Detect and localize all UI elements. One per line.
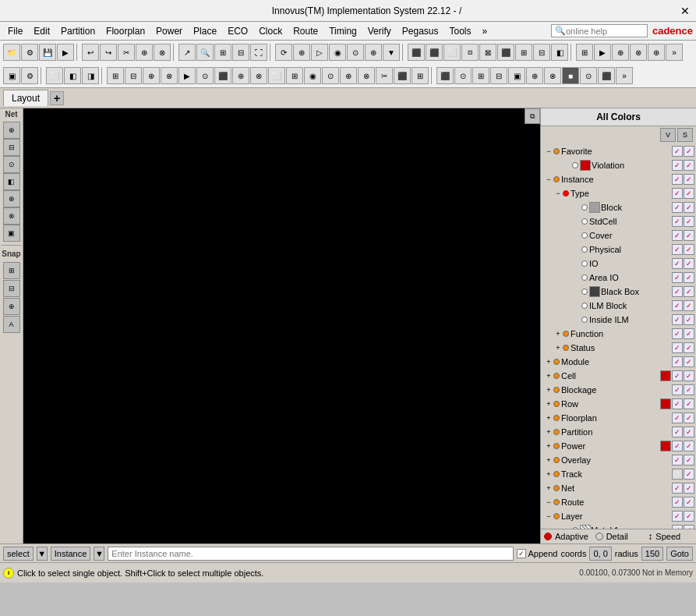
tb2-btn-13[interactable]: ⊕: [232, 67, 249, 84]
tb2-btn-34[interactable]: »: [616, 67, 633, 84]
tree-item-track[interactable]: + Track: [541, 467, 696, 481]
sidebar-icon-3[interactable]: ⊙: [3, 156, 20, 173]
check-net-1[interactable]: [672, 483, 683, 494]
expand-overlay[interactable]: +: [544, 455, 553, 465]
tb-btn-6[interactable]: ↪: [100, 44, 117, 61]
tb-btn-16[interactable]: ⊕: [293, 44, 310, 61]
tb-btn-32[interactable]: ▶: [594, 44, 611, 61]
menu-eco[interactable]: ECO: [223, 24, 253, 38]
sidebar-icon-snap-3[interactable]: ⊕: [3, 298, 20, 315]
check-inst-2[interactable]: [684, 174, 694, 185]
sidebar-icon-snap-4[interactable]: A: [3, 316, 20, 333]
tree-item-insideilm[interactable]: Inside ILM: [541, 313, 696, 327]
tree-item-violation[interactable]: Violation: [541, 158, 696, 172]
tb-btn-27[interactable]: ⬛: [497, 44, 514, 61]
check-phy-2[interactable]: [684, 244, 694, 255]
tb2-btn-25[interactable]: ⊙: [454, 67, 472, 84]
tb2-btn-27[interactable]: ⊟: [490, 67, 507, 84]
check-cell-1[interactable]: [660, 370, 671, 381]
check-cell-3[interactable]: [684, 370, 694, 381]
tb2-btn-9[interactable]: ⊗: [161, 67, 178, 84]
expand-partition[interactable]: +: [544, 427, 553, 437]
menu-partition[interactable]: Partition: [56, 24, 100, 38]
check-row-3[interactable]: [684, 398, 694, 409]
tab-layout[interactable]: Layout: [3, 90, 48, 106]
tb2-btn-26[interactable]: ⊞: [472, 67, 489, 84]
sidebar-icon-1[interactable]: ⊕: [3, 122, 20, 139]
tb-btn-15[interactable]: ⟳: [275, 44, 292, 61]
sidebar-icon-2[interactable]: ⊟: [3, 139, 20, 156]
tree-item-partition[interactable]: + Partition: [541, 425, 696, 439]
tb-btn-29[interactable]: ⊟: [533, 44, 550, 61]
tb2-btn-2[interactable]: ⚙: [21, 67, 38, 84]
tree-item-ilmblock[interactable]: ILM Block: [541, 299, 696, 313]
close-button[interactable]: ✕: [680, 5, 690, 17]
tb-btn-23[interactable]: ⬛: [426, 44, 443, 61]
check-fp-1[interactable]: [672, 412, 683, 423]
tb2-btn-4[interactable]: ◧: [64, 67, 81, 84]
check-row-2[interactable]: [672, 398, 683, 409]
check-fav-1[interactable]: [672, 146, 683, 157]
tb-btn-1[interactable]: 📁: [3, 44, 20, 61]
check-ov-1[interactable]: [672, 455, 683, 466]
check-lyr-2[interactable]: [684, 511, 694, 522]
tb-btn-5[interactable]: ↩: [82, 44, 99, 61]
check-std-2[interactable]: [684, 216, 694, 227]
menu-timing[interactable]: Timing: [324, 24, 362, 38]
tree-item-blockage[interactable]: + Blockage: [541, 383, 696, 397]
check-fn-1[interactable]: [672, 328, 683, 339]
check-pwr-3[interactable]: [684, 441, 694, 451]
menu-file[interactable]: File: [3, 24, 27, 38]
check-cov-1[interactable]: [672, 230, 683, 241]
tb-btn-14[interactable]: ⛶: [250, 44, 267, 61]
tb-btn-12[interactable]: ⊞: [214, 44, 231, 61]
check-pwr-2[interactable]: [672, 441, 683, 451]
menu-overflow[interactable]: »: [478, 24, 493, 38]
tb2-btn-12[interactable]: ⬛: [214, 67, 231, 84]
check-cov-2[interactable]: [684, 230, 694, 241]
tb-btn-8[interactable]: ⊕: [136, 44, 153, 61]
check-aio-1[interactable]: [672, 272, 683, 283]
tb-btn-21[interactable]: ▼: [383, 44, 400, 61]
tb2-btn-24[interactable]: ⬛: [436, 67, 454, 84]
menu-place[interactable]: Place: [189, 24, 221, 38]
tb-btn-28[interactable]: ⊞: [515, 44, 532, 61]
check-par-2[interactable]: [684, 427, 694, 437]
expand-favorite[interactable]: −: [544, 147, 553, 156]
tree-item-type[interactable]: − Type: [541, 186, 696, 200]
tree-item-cell[interactable]: + Cell: [541, 369, 696, 383]
tb-btn-19[interactable]: ⊙: [347, 44, 364, 61]
check-row-1[interactable]: [660, 398, 671, 409]
check-cell-2[interactable]: [672, 370, 683, 381]
expand-row[interactable]: +: [544, 399, 553, 409]
check-io-2[interactable]: [684, 258, 694, 269]
tb-btn-11[interactable]: 🔍: [196, 44, 214, 61]
tb-btn-9[interactable]: ⊗: [154, 44, 171, 61]
sidebar-icon-7[interactable]: ▣: [3, 225, 20, 242]
expand-net[interactable]: +: [544, 483, 553, 493]
check-vio-2[interactable]: [684, 160, 694, 171]
radio-adaptive[interactable]: [544, 533, 552, 540]
check-block-2[interactable]: [684, 202, 694, 213]
check-fn-2[interactable]: [684, 328, 694, 339]
colors-v-btn[interactable]: V: [660, 128, 676, 142]
check-blk-2[interactable]: [684, 384, 694, 395]
tree-item-physical[interactable]: Physical: [541, 243, 696, 257]
tree-item-layer[interactable]: − Layer: [541, 509, 696, 523]
check-st-1[interactable]: [672, 342, 683, 353]
tb2-btn-1[interactable]: ▣: [3, 67, 20, 84]
tb2-btn-16[interactable]: ⊞: [286, 67, 303, 84]
search-box[interactable]: 🔍: [551, 24, 648, 37]
tb2-btn-32[interactable]: ⊙: [580, 67, 597, 84]
tree-item-status[interactable]: + Status: [541, 341, 696, 355]
check-vio-1[interactable]: [672, 160, 683, 171]
tb-btn-34[interactable]: ⊗: [630, 44, 647, 61]
tb2-btn-28[interactable]: ▣: [508, 67, 525, 84]
tree-item-net[interactable]: + Net: [541, 481, 696, 495]
check-block-1[interactable]: [672, 202, 683, 213]
check-type-1[interactable]: [672, 188, 683, 199]
expand-module[interactable]: +: [544, 357, 553, 366]
tb-btn-30[interactable]: ◧: [551, 44, 568, 61]
append-checkbox[interactable]: [517, 549, 526, 558]
check-bb-2[interactable]: [684, 286, 694, 297]
